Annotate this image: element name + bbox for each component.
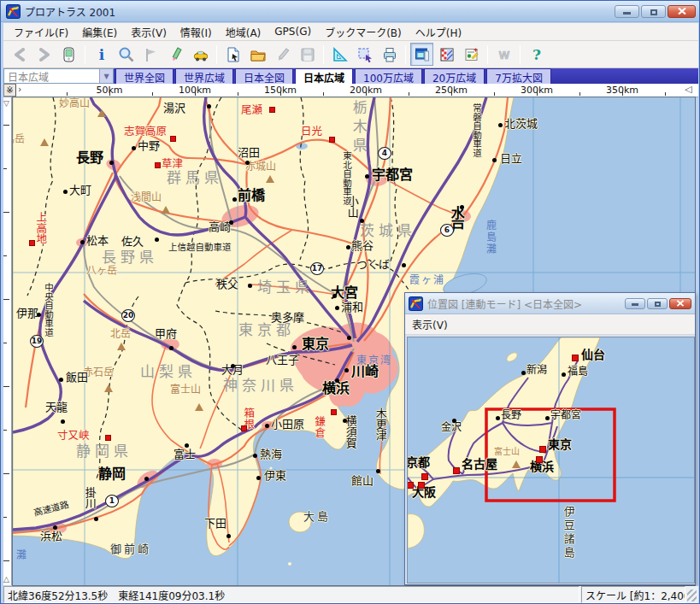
locator-close-button[interactable] bbox=[669, 298, 691, 309]
close-icon bbox=[677, 8, 686, 15]
ruler-tick bbox=[3, 212, 9, 213]
ruler-bottom-arrow-icon[interactable]: △ bbox=[3, 575, 9, 583]
tab-world-map[interactable]: 世界全図 bbox=[115, 68, 174, 84]
car-icon bbox=[192, 46, 209, 63]
tab-japan-wide[interactable]: 日本広域 bbox=[295, 68, 353, 84]
ruler-tick bbox=[238, 92, 238, 96]
triangle-ruler-icon bbox=[332, 46, 349, 63]
edit-pencil-button[interactable] bbox=[271, 43, 294, 66]
ruler-tick bbox=[109, 91, 110, 96]
back-button[interactable] bbox=[8, 43, 31, 66]
tab-70k-detail[interactable]: 7万拡大図 bbox=[486, 68, 551, 84]
menu-view[interactable]: 表示(V) bbox=[124, 23, 174, 41]
toolbar: iW? bbox=[3, 41, 698, 68]
toolbar-separator bbox=[85, 45, 85, 64]
marker-pen-button[interactable] bbox=[164, 43, 187, 66]
measure-button[interactable] bbox=[328, 43, 351, 66]
toolbar-separator bbox=[520, 45, 521, 64]
ruler-tick bbox=[3, 125, 9, 126]
locator-map[interactable]: 仙台新潟福島長野宇都宮金沢東京富士山横浜名古屋京都大阪伊豆諸島 bbox=[407, 337, 695, 583]
locator-menu-bar: 表示(V) bbox=[405, 314, 695, 335]
app-icon bbox=[409, 296, 423, 311]
minimize-button[interactable] bbox=[615, 5, 639, 18]
forward-icon bbox=[36, 46, 53, 63]
open-folder-button[interactable] bbox=[246, 43, 269, 66]
print-button[interactable] bbox=[378, 43, 401, 66]
overlay-pattern-icon bbox=[438, 46, 456, 63]
menu-info[interactable]: 情報(I) bbox=[174, 23, 219, 41]
info-button[interactable]: i bbox=[90, 43, 113, 66]
ruler-tick bbox=[451, 91, 452, 96]
pencil-icon bbox=[274, 46, 291, 63]
app-window: プロアトラス 2001 ファイル(F)編集(E)表示(V)情報(I)地域(A)G… bbox=[0, 0, 700, 604]
tab-world-wide[interactable]: 世界広域 bbox=[175, 68, 233, 84]
mobile-device-button[interactable] bbox=[57, 43, 80, 66]
location-map-icon bbox=[414, 46, 431, 63]
forward-button[interactable] bbox=[32, 43, 56, 66]
view-bar: 日本広域 ▼ 世界全図世界広域日本全図日本広域100万広域20万広域7万拡大図 bbox=[3, 68, 698, 84]
new-map-button[interactable] bbox=[221, 43, 244, 66]
menu-help[interactable]: ヘルプ(H) bbox=[409, 23, 468, 41]
save-icon bbox=[299, 46, 316, 63]
map-edit-button[interactable] bbox=[460, 43, 483, 66]
horizontal-scale-ruler: ※ › ◁ 50km100km150km200km250km300km350km bbox=[3, 84, 698, 97]
save-button[interactable] bbox=[296, 43, 319, 66]
info-icon: i bbox=[93, 46, 110, 63]
route-car-button[interactable] bbox=[189, 43, 212, 66]
ruler-tick bbox=[3, 386, 9, 387]
locator-window[interactable]: 位置図 [連動モード] <日本全図> 表示(V) bbox=[404, 292, 696, 585]
flag-button[interactable] bbox=[139, 43, 162, 66]
ruler-tick bbox=[622, 91, 623, 96]
search-button[interactable] bbox=[115, 43, 138, 66]
ruler-tick bbox=[494, 92, 495, 96]
close-icon bbox=[676, 300, 685, 307]
menu-bookmark[interactable]: ブックマーク(B) bbox=[318, 23, 409, 41]
resize-grip[interactable] bbox=[687, 589, 697, 601]
status-bar: 北緯36度52分13.5秒 東経141度09分03.1秒 スケール [約1：2,… bbox=[3, 586, 698, 603]
overlay-pattern-button[interactable] bbox=[435, 43, 458, 66]
chevron-down-icon[interactable]: ▼ bbox=[99, 69, 113, 83]
map-scale-combo[interactable]: 日本広域 ▼ bbox=[3, 68, 114, 84]
menu-bar: ファイル(F)編集(E)表示(V)情報(I)地域(A)GPS(G)ブックマーク(… bbox=[3, 23, 698, 41]
app-icon bbox=[6, 4, 21, 19]
menu-edit[interactable]: 編集(E) bbox=[75, 23, 124, 41]
locator-restore-button[interactable] bbox=[647, 298, 668, 309]
ruler-tick bbox=[3, 255, 7, 256]
ruler-tick bbox=[323, 92, 324, 96]
toolbar-separator bbox=[487, 45, 488, 64]
ruler-options-button[interactable]: ※ bbox=[3, 84, 16, 97]
new-map-icon bbox=[225, 46, 242, 63]
restore-button[interactable] bbox=[641, 5, 666, 18]
svg-text:W: W bbox=[498, 49, 509, 62]
svg-text:i: i bbox=[98, 46, 104, 63]
search-icon bbox=[118, 46, 135, 63]
ruler-tick bbox=[3, 517, 7, 518]
open-folder-icon bbox=[250, 46, 267, 63]
select-area-button[interactable] bbox=[353, 43, 376, 66]
marker-pen-icon bbox=[168, 46, 185, 63]
scale-readout: スケール [約1：2,400,000] bbox=[581, 586, 685, 603]
tab-200k-wide[interactable]: 20万広域 bbox=[424, 68, 485, 84]
help-button[interactable]: ? bbox=[525, 43, 548, 66]
menu-file[interactable]: ファイル(F) bbox=[7, 23, 75, 41]
locator-menu-view[interactable]: 表示(V) bbox=[405, 315, 455, 333]
toolbar-separator bbox=[323, 45, 324, 64]
menu-region[interactable]: 地域(A) bbox=[219, 23, 268, 41]
mobile-device-icon bbox=[61, 46, 78, 63]
window-title: プロアトラス 2001 bbox=[25, 4, 615, 19]
location-map-button[interactable] bbox=[410, 43, 433, 66]
close-button[interactable] bbox=[668, 5, 696, 18]
menu-gps[interactable]: GPS(G) bbox=[268, 24, 318, 39]
ruler-tick bbox=[3, 560, 9, 561]
ruler-top-arrow-icon[interactable]: ▽ bbox=[3, 99, 9, 108]
tab-japan-map[interactable]: 日本全図 bbox=[235, 68, 293, 84]
ruler-left-arrow-icon[interactable]: › bbox=[18, 84, 21, 95]
tab-1m-wide[interactable]: 100万広域 bbox=[355, 68, 422, 84]
ruler-right-arrow-icon[interactable]: ◁ bbox=[685, 84, 691, 95]
ruler-tick bbox=[3, 430, 7, 431]
word-search-button[interactable]: W bbox=[492, 43, 515, 66]
title-bar[interactable]: プロアトラス 2001 bbox=[1, 1, 700, 22]
ruler-tick bbox=[3, 343, 7, 343]
locator-title-bar[interactable]: 位置図 [連動モード] <日本全図> bbox=[405, 293, 695, 314]
locator-minimize-button[interactable] bbox=[625, 298, 645, 309]
